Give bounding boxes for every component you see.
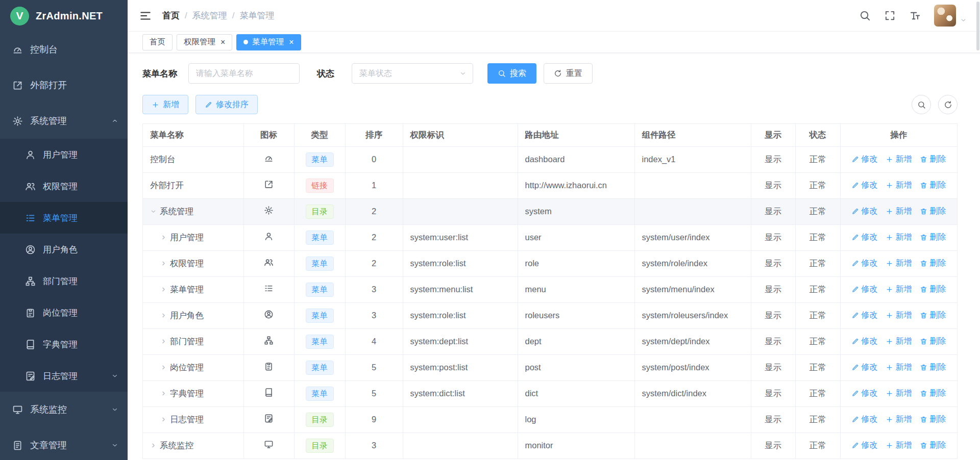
- row-edit-link[interactable]: 修改: [851, 336, 877, 347]
- modify-sort-button[interactable]: 修改排序: [195, 95, 258, 114]
- row-delete-link[interactable]: 删除: [920, 336, 946, 347]
- sidebar-item-external[interactable]: 外部打开: [0, 67, 128, 103]
- table-cell: 修改新增删除: [840, 302, 957, 328]
- row-delete-link[interactable]: 删除: [920, 180, 946, 191]
- row-add-link[interactable]: 新增: [886, 310, 912, 321]
- row-delete-link[interactable]: 删除: [920, 284, 946, 295]
- menu-status-select[interactable]: 菜单状态: [352, 63, 473, 84]
- search-icon[interactable]: [859, 10, 871, 21]
- sidebar-item-role[interactable]: 权限管理: [0, 170, 128, 202]
- row-add-link[interactable]: 新增: [886, 362, 912, 373]
- expand-caret-right-icon[interactable]: [160, 312, 167, 319]
- menu-name-cell: 系统管理: [160, 206, 193, 217]
- expand-caret-right-icon[interactable]: [160, 390, 167, 397]
- row-delete-link[interactable]: 删除: [920, 232, 946, 243]
- sidebar-item-article[interactable]: 文章管理: [0, 427, 128, 460]
- expand-caret-right-icon[interactable]: [160, 234, 167, 241]
- show-search-button[interactable]: [912, 95, 931, 114]
- sidebar-item-system[interactable]: 系统管理: [0, 103, 128, 139]
- close-icon[interactable]: ×: [220, 38, 225, 46]
- row-delete-link[interactable]: 删除: [920, 154, 946, 165]
- row-edit-link[interactable]: 修改: [851, 362, 877, 373]
- row-delete-link[interactable]: 删除: [920, 310, 946, 321]
- row-add-link[interactable]: 新增: [886, 206, 912, 217]
- sidebar-item-log[interactable]: 日志管理: [0, 360, 128, 392]
- row-add-link[interactable]: 新增: [886, 154, 912, 165]
- row-edit-link[interactable]: 修改: [851, 388, 877, 399]
- row-edit-link[interactable]: 修改: [851, 310, 877, 321]
- table-row: 系统监控目录3monitor显示正常修改新增删除: [143, 432, 957, 458]
- delete-icon: [920, 364, 927, 371]
- expand-caret-down-icon[interactable]: [150, 208, 157, 215]
- tab-menu[interactable]: 菜单管理×: [236, 34, 301, 50]
- user-icon: [25, 149, 36, 160]
- row-edit-link[interactable]: 修改: [851, 440, 877, 451]
- select-placeholder: 菜单状态: [359, 68, 392, 79]
- table-cell: 权限管理: [143, 250, 243, 276]
- row-edit-link[interactable]: 修改: [851, 154, 877, 165]
- row-delete-link[interactable]: 删除: [920, 206, 946, 217]
- row-edit-link[interactable]: 修改: [851, 414, 877, 425]
- close-icon[interactable]: ×: [289, 38, 293, 46]
- row-delete-link[interactable]: 删除: [920, 258, 946, 269]
- breadcrumb-item[interactable]: 首页: [162, 10, 180, 21]
- component-cell: [634, 406, 751, 432]
- row-edit-link[interactable]: 修改: [851, 258, 877, 269]
- reset-button[interactable]: 重置: [544, 63, 593, 84]
- tab-home[interactable]: 首页: [142, 34, 173, 50]
- avatar[interactable]: [934, 5, 956, 27]
- refresh-table-button[interactable]: [938, 95, 958, 114]
- row-delete-link[interactable]: 删除: [920, 362, 946, 373]
- sidebar-item-roleusers[interactable]: 用户角色: [0, 234, 128, 265]
- status-cell: 正常: [795, 146, 840, 172]
- status-cell: 正常: [795, 172, 840, 198]
- menu-fold-icon[interactable]: [139, 9, 152, 22]
- sidebar-item-console[interactable]: 控制台: [0, 32, 128, 67]
- page-scrollbar[interactable]: [976, 0, 980, 460]
- sidebar-item-dict[interactable]: 字典管理: [0, 328, 128, 360]
- font-size-icon[interactable]: [909, 10, 921, 21]
- table-cell: 修改新增删除: [840, 224, 957, 250]
- tabs-bar: 首页权限管理×菜单管理×: [128, 32, 980, 53]
- row-edit-link[interactable]: 修改: [851, 180, 877, 191]
- expand-caret-right-icon[interactable]: [150, 442, 157, 449]
- menu-name-cell: 权限管理: [170, 258, 204, 269]
- row-add-link[interactable]: 新增: [886, 336, 912, 347]
- row-delete-link[interactable]: 删除: [920, 440, 946, 451]
- fullscreen-icon[interactable]: [884, 10, 896, 21]
- row-delete-link[interactable]: 删除: [920, 414, 946, 425]
- row-delete-link[interactable]: 删除: [920, 388, 946, 399]
- row-edit-link[interactable]: 修改: [851, 232, 877, 243]
- app-logo[interactable]: V ZrAdmin.NET: [0, 0, 128, 32]
- table-cell: [243, 328, 294, 354]
- sidebar-item-menu[interactable]: 菜单管理: [0, 202, 128, 234]
- expand-caret-right-icon[interactable]: [160, 286, 167, 293]
- sidebar-item-monitor[interactable]: 系统监控: [0, 392, 128, 427]
- user-avatar-menu[interactable]: [934, 5, 967, 27]
- add-button[interactable]: 新增: [142, 95, 188, 114]
- visible-cell: 显示: [751, 354, 795, 380]
- row-edit-link[interactable]: 修改: [851, 206, 877, 217]
- search-button[interactable]: 搜索: [487, 63, 536, 84]
- menu-name-input[interactable]: [188, 63, 300, 84]
- row-add-link[interactable]: 新增: [886, 388, 912, 399]
- sidebar-item-dept[interactable]: 部门管理: [0, 265, 128, 297]
- expand-caret-right-icon[interactable]: [160, 338, 167, 345]
- row-add-link[interactable]: 新增: [886, 180, 912, 191]
- row-add-link[interactable]: 新增: [886, 440, 912, 451]
- tab-role[interactable]: 权限管理×: [177, 34, 232, 50]
- row-add-link[interactable]: 新增: [886, 284, 912, 295]
- expand-caret-right-icon[interactable]: [160, 260, 167, 267]
- sidebar-item-user[interactable]: 用户管理: [0, 139, 128, 170]
- row-add-link[interactable]: 新增: [886, 414, 912, 425]
- sidebar-item-post[interactable]: 岗位管理: [0, 297, 128, 328]
- row-actions: 修改新增删除: [848, 232, 950, 243]
- row-add-link[interactable]: 新增: [886, 258, 912, 269]
- row-add-link[interactable]: 新增: [886, 232, 912, 243]
- scrollbar-thumb[interactable]: [976, 2, 979, 50]
- type-tag: 菜单: [306, 231, 334, 245]
- expand-caret-right-icon[interactable]: [160, 416, 167, 423]
- delete-icon: [920, 338, 927, 345]
- expand-caret-right-icon[interactable]: [160, 364, 167, 371]
- row-edit-link[interactable]: 修改: [851, 284, 877, 295]
